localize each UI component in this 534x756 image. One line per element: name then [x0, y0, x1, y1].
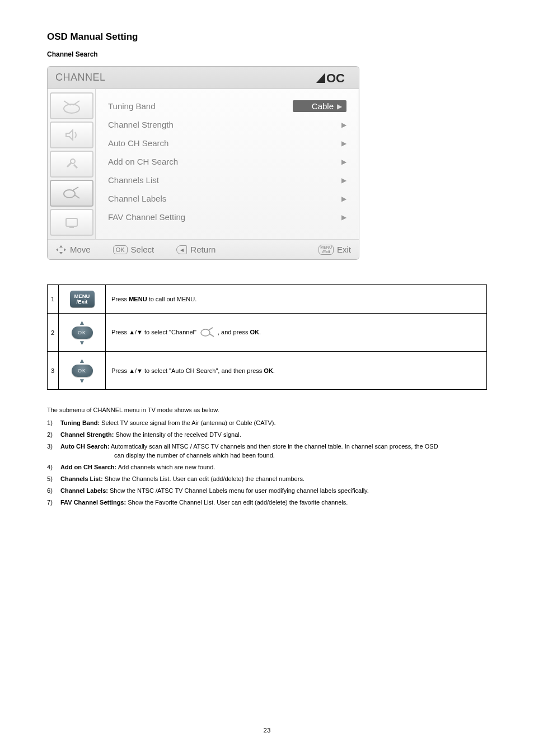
svg-line-6 [74, 195, 79, 198]
dpad-ok-button-icon: ▲OK▼ [72, 320, 93, 346]
osd-row-add-on-ch-search[interactable]: Add on CH Search ▶ [108, 152, 346, 171]
osd-row-value: ▶ [285, 139, 346, 147]
osd-sidebar [48, 89, 96, 239]
osd-row-channel-labels[interactable]: Channel Labels ▶ [108, 189, 346, 208]
hint-move: Move [55, 245, 91, 255]
list-item: Add on CH Search: Add channels which are… [47, 463, 487, 472]
list-item: FAV Channel Settings: Show the Favorite … [47, 498, 487, 507]
svg-line-15 [209, 334, 214, 337]
osd-row-tuning-band[interactable]: Tuning Band Cable▶ [108, 97, 346, 115]
svg-rect-8 [69, 226, 74, 228]
chevron-right-icon: ▶ [341, 176, 346, 184]
osd-row-label: Auto CH Search [108, 138, 168, 148]
step-button-cell: ▲OK▼ [59, 314, 106, 352]
svg-line-14 [208, 328, 213, 330]
osd-row-label: FAV Channel Setting [108, 212, 185, 222]
page-number: 23 [0, 727, 534, 734]
svg-marker-11 [56, 248, 58, 251]
osd-row-label: Tuning Band [108, 101, 156, 111]
return-key-icon: ◂ [176, 245, 187, 254]
step-description: Press ▲/▼ to select "Auto CH Search", an… [106, 352, 487, 390]
step-number: 2 [48, 314, 59, 352]
svg-marker-9 [59, 245, 63, 248]
chevron-right-icon: ▶ [341, 121, 346, 129]
brand-text: OC [326, 72, 345, 84]
hint-label: Exit [337, 245, 351, 254]
dpad-ok-button-icon: ▲OK▼ [72, 358, 93, 384]
menu-exit-button-icon: MENU/Exit [70, 291, 95, 307]
osd-panel: CHANNEL OC [47, 66, 359, 260]
chevron-right-icon: ▶ [341, 139, 346, 147]
svg-line-5 [73, 187, 78, 190]
chevron-right-icon: ▶ [341, 195, 346, 203]
table-row: 3 ▲OK▼ Press ▲/▼ to select "Auto CH Sear… [48, 352, 487, 390]
osd-row-channels-list[interactable]: Channels List ▶ [108, 171, 346, 189]
osd-row-value: ▶ [285, 158, 346, 166]
svg-point-4 [64, 190, 75, 198]
sidebar-tile-channel[interactable] [50, 180, 93, 207]
svg-point-0 [64, 104, 79, 113]
ok-key-icon: OK [113, 245, 128, 254]
osd-header: CHANNEL OC [48, 67, 359, 89]
osd-row-value: Cable▶ [293, 100, 346, 112]
sidebar-tile-audio[interactable] [50, 122, 93, 148]
osd-footer: Move OK Select ◂ Return MENU/Exit Exit [48, 239, 359, 259]
osd-row-auto-ch-search[interactable]: Auto CH Search ▶ [108, 134, 346, 152]
osd-row-label: Channel Labels [108, 194, 166, 203]
hint-label: Select [131, 245, 154, 254]
step-number: 3 [48, 352, 59, 390]
list-item: Channel Labels: Show the NTSC /ATSC TV C… [47, 487, 487, 496]
osd-row-value: ▶ [285, 176, 346, 184]
step-button-cell: MENU/Exit [59, 285, 106, 314]
svg-marker-12 [64, 248, 66, 251]
sidebar-tile-picture[interactable] [50, 92, 93, 119]
table-row: 1 MENU/Exit Press MENU to call out MENU. [48, 285, 487, 314]
page-subheading: Channel Search [47, 50, 487, 58]
list-item: Tuning Band: Select TV source signal fro… [47, 419, 487, 428]
brand-logo: OC [315, 72, 351, 84]
hint-label: Move [70, 245, 91, 254]
chevron-right-icon: ▶ [341, 213, 346, 221]
table-row: 2 ▲OK▼ Press ▲/▼ to select "Channel" , a… [48, 314, 487, 352]
list-item: Channels List: Show the Channels List. U… [47, 475, 487, 484]
step-number: 1 [48, 285, 59, 314]
steps-table: 1 MENU/Exit Press MENU to call out MENU.… [47, 284, 487, 390]
hint-return: ◂ Return [176, 245, 216, 254]
chevron-right-icon: ▶ [341, 158, 346, 166]
osd-row-label: Channels List [108, 175, 159, 185]
intro-text: The submenu of CHANNEL menu in TV mode s… [47, 407, 487, 413]
list-item: Channel Strength: Show the intensity of … [47, 431, 487, 440]
osd-row-value: ▶ [285, 121, 346, 129]
satellite-icon [199, 326, 215, 339]
osd-body: Tuning Band Cable▶ Channel Strength ▶ Au… [48, 89, 359, 239]
osd-row-value: ▶ [285, 213, 346, 221]
page-heading: OSD Manual Setting [47, 31, 487, 43]
osd-title: CHANNEL [55, 72, 106, 83]
hint-select: OK Select [113, 245, 154, 254]
svg-point-3 [71, 159, 75, 164]
step-description: Press ▲/▼ to select "Channel" , and pres… [106, 314, 487, 352]
hint-label: Return [190, 245, 216, 254]
list-item: Auto CH Search: Automatically scan all N… [47, 442, 487, 460]
description-list: Tuning Band: Select TV source signal fro… [47, 419, 487, 507]
osd-row-channel-strength[interactable]: Channel Strength ▶ [108, 115, 346, 134]
hint-exit: MENU/Exit Exit [318, 245, 351, 255]
menu-exit-key-icon: MENU/Exit [318, 245, 334, 255]
osd-row-label: Add on CH Search [108, 157, 178, 166]
osd-menu: Tuning Band Cable▶ Channel Strength ▶ Au… [96, 89, 359, 239]
step-button-cell: ▲OK▼ [59, 352, 106, 390]
dpad-move-icon [55, 245, 67, 255]
osd-row-fav-channel-setting[interactable]: FAV Channel Setting ▶ [108, 208, 346, 226]
svg-marker-10 [59, 252, 63, 254]
step-description: Press MENU to call out MENU. [106, 285, 487, 314]
chevron-right-icon: ▶ [337, 102, 342, 110]
svg-rect-7 [66, 218, 77, 226]
osd-row-label: Channel Strength [108, 120, 174, 129]
osd-row-value: ▶ [285, 195, 346, 203]
sidebar-tile-parental[interactable] [50, 209, 93, 236]
sidebar-tile-setup[interactable] [50, 151, 93, 178]
